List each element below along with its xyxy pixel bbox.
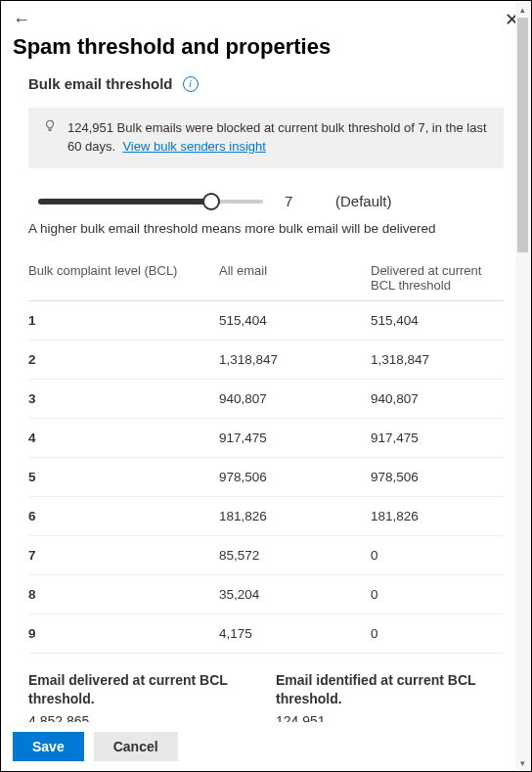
table-row: 785,5720 xyxy=(28,536,504,575)
cell-all-email: 4,175 xyxy=(219,626,371,641)
scroll-down-icon[interactable]: ▾ xyxy=(515,755,530,770)
cell-bcl: 3 xyxy=(28,391,219,406)
summary-delivered-label: Email delivered at current BCL threshold… xyxy=(28,671,256,708)
cell-delivered: 1,318,847 xyxy=(371,352,504,367)
cell-bcl: 9 xyxy=(28,626,219,641)
cell-bcl: 6 xyxy=(28,509,219,523)
cell-delivered: 0 xyxy=(371,587,504,602)
cell-bcl: 8 xyxy=(28,587,219,602)
table-row: 21,318,8471,318,847 xyxy=(28,341,504,380)
table-row: 835,2040 xyxy=(28,575,504,614)
cell-all-email: 181,826 xyxy=(219,509,371,523)
summary-identified-label: Email identified at current BCL threshol… xyxy=(276,671,504,708)
cell-all-email: 940,807 xyxy=(219,391,371,406)
info-icon[interactable]: i xyxy=(183,76,199,92)
save-button[interactable]: Save xyxy=(13,732,84,761)
lightbulb-icon xyxy=(42,119,58,135)
page-title: Spam threshold and properties xyxy=(1,30,531,75)
threshold-slider[interactable] xyxy=(38,192,263,211)
cell-delivered: 917,475 xyxy=(371,431,504,445)
table-row: 3940,807940,807 xyxy=(28,380,504,419)
section-subtitle: Bulk email threshold xyxy=(28,75,173,92)
cell-all-email: 917,475 xyxy=(219,431,371,445)
header-delivered: Delivered at current BCL threshold xyxy=(371,263,504,293)
slider-thumb[interactable] xyxy=(202,193,220,210)
table-row: 5978,506978,506 xyxy=(28,458,504,497)
cell-all-email: 978,506 xyxy=(219,470,371,484)
scroll-thumb[interactable] xyxy=(517,18,528,252)
slider-default-label: (Default) xyxy=(335,193,392,209)
view-insight-link[interactable]: View bulk senders insight xyxy=(122,139,265,154)
table-row: 6181,826181,826 xyxy=(28,497,504,536)
cancel-button[interactable]: Cancel xyxy=(94,732,178,761)
cell-all-email: 35,204 xyxy=(219,587,371,602)
hint-text: A higher bulk email threshold means more… xyxy=(28,221,504,236)
slider-value: 7 xyxy=(285,193,314,209)
cell-bcl: 7 xyxy=(28,548,219,563)
cell-delivered: 0 xyxy=(371,626,504,641)
cell-bcl: 1 xyxy=(28,313,219,328)
cell-bcl: 4 xyxy=(28,431,219,445)
info-banner: 124,951 Bulk emails were blocked at curr… xyxy=(28,108,504,168)
cell-delivered: 0 xyxy=(371,548,504,563)
scrollbar[interactable]: ▴ ▾ xyxy=(515,2,530,770)
cell-delivered: 940,807 xyxy=(371,391,504,406)
cell-bcl: 5 xyxy=(28,470,219,484)
table-row: 94,1750 xyxy=(28,614,504,654)
cell-delivered: 515,404 xyxy=(371,313,504,328)
cell-all-email: 515,404 xyxy=(219,313,371,328)
cell-all-email: 85,572 xyxy=(219,548,371,563)
header-bcl: Bulk complaint level (BCL) xyxy=(28,263,219,293)
cell-delivered: 181,826 xyxy=(371,509,504,523)
cell-all-email: 1,318,847 xyxy=(219,352,371,367)
bcl-table: Bulk complaint level (BCL) All email Del… xyxy=(28,263,504,654)
header-all-email: All email xyxy=(219,263,371,293)
cell-bcl: 2 xyxy=(28,352,219,367)
table-row: 4917,475917,475 xyxy=(28,419,504,458)
cell-delivered: 978,506 xyxy=(371,470,504,484)
back-arrow-icon[interactable]: ← xyxy=(13,10,30,30)
table-row: 1515,404515,404 xyxy=(28,301,504,341)
scroll-up-icon[interactable]: ▴ xyxy=(515,2,530,17)
